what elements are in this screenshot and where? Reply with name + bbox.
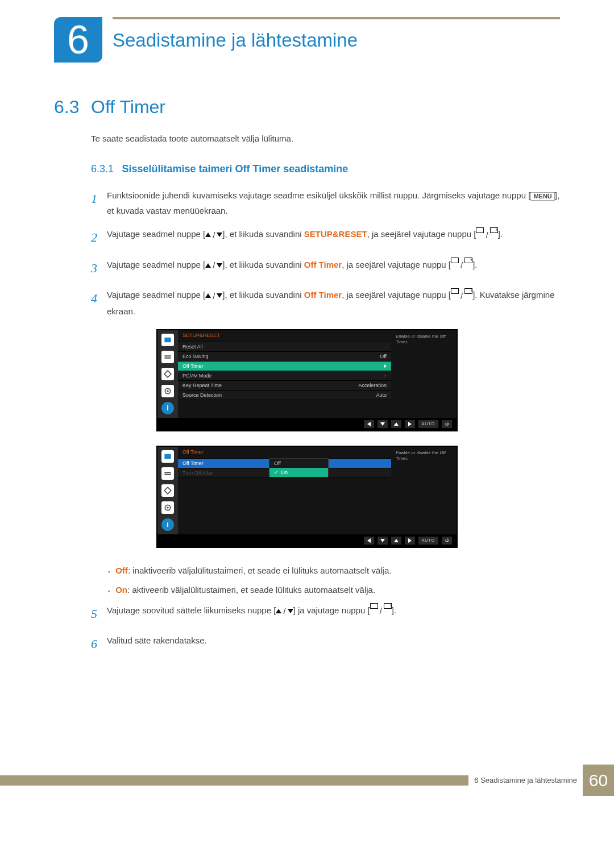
step: 2Vajutage seadmel nuppe [/], et liikuda …: [91, 226, 560, 249]
osd-item-label: Key Repeat Time: [182, 383, 222, 388]
nav-left-icon: [364, 537, 374, 545]
nav-left-icon: [364, 420, 374, 428]
enter-source-icon: /: [451, 258, 472, 273]
option-descriptions: Off: inaktiveerib väljalülitustaimeri, e…: [108, 564, 560, 597]
svg-rect-5: [164, 454, 171, 459]
nav-right-icon: [405, 420, 415, 428]
highlighted-term: Off Timer: [304, 290, 342, 300]
enter-source-icon: /: [476, 227, 497, 243]
osd-menu-item: Key Repeat TimeAcceleration: [178, 381, 391, 391]
osd-item-value: Off: [380, 354, 387, 359]
chapter-title-wrap: Seadistamine ja lähtestamine: [113, 17, 560, 51]
osd-side-icon-resize: [161, 484, 174, 497]
highlighted-term: Off Timer: [304, 260, 342, 269]
section-heading: 6.3 Off Timer: [54, 97, 560, 118]
step-6: 6 Valitud säte rakendatakse.: [91, 633, 560, 655]
footer-text: 6 Seadistamine ja lähtestamine: [474, 776, 577, 784]
osd-menu-item: Reset All: [178, 342, 391, 352]
osd-setup-reset: i SETUP&RESET Reset AllEco SavingOffOff …: [156, 329, 458, 431]
osd-item-label: PC/AV Mode: [182, 373, 211, 379]
osd-menu-item: Source DetectionAuto: [178, 391, 391, 400]
osd-menu-title: SETUP&RESET: [178, 330, 391, 342]
nav-down-icon: [377, 537, 388, 545]
nav-right-icon: [405, 537, 415, 545]
step-text: Funktsioonide juhendi kuvamiseks vajutag…: [107, 188, 560, 218]
osd-side-icon-settings: [161, 385, 174, 397]
osd-side-icon-info: i: [161, 518, 174, 531]
bullet-item: Off: inaktiveerib väljalülitustaimeri, e…: [108, 564, 560, 578]
osd-dropdown: Off✔On: [269, 458, 329, 477]
section-number: 6.3: [54, 97, 91, 118]
step-number: 3: [91, 257, 107, 280]
osd-menu-item: PC/AV Mode: [178, 371, 391, 381]
osd-side-icon-picture: [161, 467, 174, 480]
step-text: Vajutage seadmel nuppe [/], et liikuda s…: [107, 287, 560, 319]
chapter-number-box: 6: [54, 17, 102, 63]
svg-rect-1: [164, 355, 171, 356]
enter-source-icon: /: [451, 288, 472, 304]
up-down-icon: /: [205, 227, 222, 243]
osd-item-label: Source Detection: [182, 392, 222, 398]
nav-auto-button: AUTO: [418, 537, 438, 545]
step-number: 1: [91, 188, 107, 218]
step-number: 5: [91, 603, 107, 625]
up-down-icon: /: [276, 603, 293, 618]
arrow-right-icon: [384, 364, 387, 368]
osd-nav-bar: AUTO ⏻: [157, 418, 457, 430]
osd-menu: Off Timer Off TimerTurn Off After Off✔On: [178, 447, 391, 534]
nav-down-icon: [377, 420, 388, 428]
nav-power-icon: ⏻: [442, 537, 452, 545]
bullet-term: Off: [115, 566, 128, 575]
step-text: Valitud säte rakendatakse.: [107, 633, 560, 655]
subsection-number: 6.3.1: [91, 163, 114, 175]
osd-menu-item: Eco SavingOff: [178, 352, 391, 362]
osd-item-label: Eco Saving: [182, 354, 209, 359]
subsection-title: Sisselülitamise taimeri Off Timer seadis…: [117, 163, 349, 175]
osd-sidebar: i: [157, 330, 178, 418]
osd-side-icon-picture: [161, 351, 174, 363]
svg-point-4: [167, 390, 169, 392]
osd-menu-title: Off Timer: [178, 447, 391, 459]
svg-rect-7: [164, 474, 171, 475]
page-number: 60: [583, 765, 614, 796]
check-icon: ✔: [274, 470, 279, 475]
chapter-title: Seadistamine ja lähtestamine: [113, 30, 560, 51]
osd-menu: SETUP&RESET Reset AllEco SavingOffOff Ti…: [178, 330, 391, 418]
osd-item-label: Off Timer: [182, 460, 204, 466]
osd-side-icon-brightness: [161, 334, 174, 346]
svg-rect-0: [164, 338, 171, 342]
osd-item-label: Reset All: [182, 344, 203, 350]
up-down-icon: /: [205, 288, 222, 304]
footer-bar: [0, 775, 468, 786]
osd-dropdown-item: ✔On: [269, 468, 328, 477]
nav-auto-button: AUTO: [418, 420, 438, 428]
step: 3Vajutage seadmel nuppe [/], et liikuda …: [91, 257, 560, 280]
arrow-right-icon: [384, 374, 387, 377]
section-title: Off Timer: [91, 97, 165, 118]
step-text: Vajutage seadmel nuppe [/], et liikuda s…: [107, 226, 560, 249]
step: 1Funktsioonide juhendi kuvamiseks vajuta…: [91, 188, 560, 218]
osd-sidebar: i: [157, 447, 178, 534]
osd-menu-item: Off Timer: [178, 362, 391, 371]
step-number: 6: [91, 633, 107, 655]
svg-point-9: [167, 506, 169, 509]
step-text: Vajutage soovitud sättele liikumiseks nu…: [107, 603, 560, 625]
nav-up-icon: [391, 537, 401, 545]
step: 4Vajutage seadmel nuppe [/], et liikuda …: [91, 287, 560, 319]
chapter-header: 6 Seadistamine ja lähtestamine: [54, 17, 560, 63]
step-list: 1Funktsioonide juhendi kuvamiseks vajuta…: [91, 188, 560, 319]
step-number: 4: [91, 287, 107, 319]
step-list-2: 5 Vajutage soovitud sättele liikumiseks …: [91, 603, 560, 655]
step-text: Vajutage seadmel nuppe [/], et liikuda s…: [107, 257, 560, 280]
nav-power-icon: ⏻: [442, 420, 452, 428]
osd-item-value: Acceleration: [358, 383, 387, 388]
osd-nav-bar: AUTO ⏻: [157, 534, 457, 547]
osd-item-value: Auto: [376, 392, 387, 398]
osd-item-label: Turn Off After: [182, 470, 213, 476]
svg-rect-2: [164, 357, 171, 358]
svg-rect-6: [164, 472, 171, 473]
up-down-icon: /: [205, 258, 222, 273]
page-footer: 6 Seadistamine ja lähtestamine 60: [0, 765, 614, 796]
step-number: 2: [91, 226, 107, 249]
subsection-heading: 6.3.1 Sisselülitamise taimeri Off Timer …: [91, 163, 560, 175]
